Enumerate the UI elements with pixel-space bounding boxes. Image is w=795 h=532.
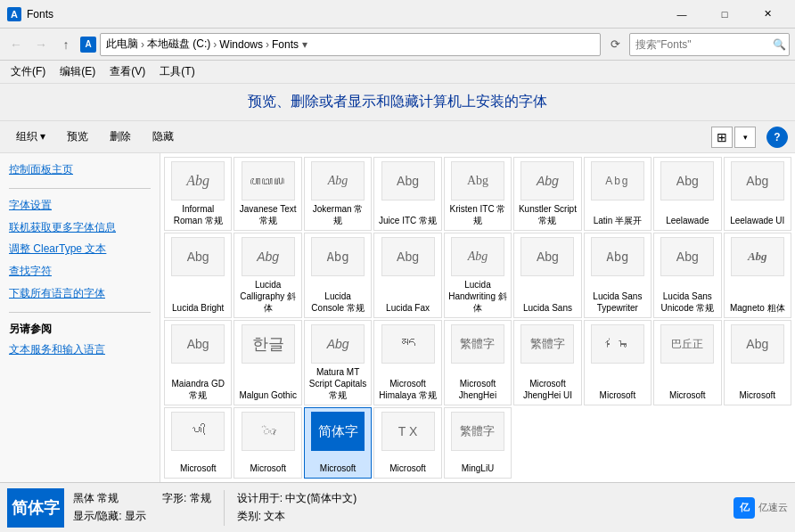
font-item-lucida-sans-unicode[interactable]: Abg Lucida Sans Unicode 常规 [653,233,721,318]
font-item-jokerman[interactable]: Abg Jokerman 常规 [304,157,372,231]
drive-icon: A [80,37,96,53]
font-name-ms-chinese: Microsoft [669,389,706,401]
font-item-kunstler[interactable]: Abg Kunstler Script 常规 [513,157,581,231]
sidebar-cleartype[interactable]: 调整 ClearType 文本 [9,241,151,257]
font-item-leelawade-ui[interactable]: Abg Leelawade UI [724,157,791,231]
font-name-ms-script: Microsoft [250,462,286,474]
minimize-button[interactable]: — [661,0,702,29]
menu-file[interactable]: 文件(F) [4,61,53,82]
font-name-latin: Latin 半展开 [594,215,642,226]
font-item-lucida-sans-typewriter[interactable]: Abg Lucida Sans Typewriter [584,233,652,318]
font-item-ms-simplified[interactable]: 简体字 Microsoft [304,407,372,479]
font-item-matura[interactable]: Abg Matura MT Script Capitals 常规 [304,320,372,405]
font-preview-leelawade: Abg [660,161,714,201]
font-item-lucida-calligraphy[interactable]: Abg Lucida Calligraphy 斜体 [234,233,301,318]
font-item-leelawade[interactable]: Abg Leelawade [653,157,721,231]
window-controls: — □ ✕ [661,0,788,29]
sidebar-divider-2 [9,312,151,313]
font-item-lucida-fax[interactable]: Abg Lucida Fax [373,233,441,318]
font-preview-kunstler: Abg [520,161,574,201]
font-preview-informal-roman: Abg [171,161,225,201]
font-item-ms-jhenghei[interactable]: 繁體字 Microsoft JhengHei [444,320,512,405]
font-item-juice[interactable]: Abg Juice ITC 常规 [373,157,441,231]
back-button[interactable]: ← [5,34,27,55]
delete-button[interactable]: 删除 [101,126,140,148]
font-preview-lucida-calligraphy: Abg [242,237,295,276]
font-preview-juice: Abg [381,161,435,201]
font-item-ms-script[interactable]: ᰯᰦ Microsoft [234,407,301,479]
view-grid-button[interactable]: ⊞ [711,127,733,148]
font-name-lucida-console: Lucida Console 常规 [308,291,367,314]
path-computer: 此电脑 [106,37,138,52]
font-preview-latin: Abg [591,161,644,201]
font-preview-matura: Abg [311,324,365,364]
maximize-button[interactable]: □ [704,0,745,29]
font-item-ms-chinese[interactable]: 巴丘正 Microsoft [653,320,721,405]
font-name-ms-mongolian: Microsoft [600,389,636,401]
font-item-ms-himalaya[interactable]: མད Microsoft Himalaya 常规 [373,320,441,405]
sidebar-text-services[interactable]: 文本服务和输入语言 [9,342,151,357]
font-item-ms-mongolian[interactable]: ᠮᠣ Microsoft [584,320,652,405]
font-item-ms-abg[interactable]: Abg Microsoft [724,320,791,405]
font-preview-lucida-handwriting: Abg [451,237,504,276]
path-windows: Windows [219,38,263,51]
font-item-ms-tx[interactable]: T X Microsoft [373,407,441,479]
font-preview-ms-chinese: 巴丘正 [660,324,714,364]
font-item-malgun[interactable]: 한글 Malgun Gothic [234,320,301,405]
font-name-lucida-fax: Lucida Fax [386,302,430,314]
refresh-button[interactable]: ⟳ [604,34,626,55]
preview-button[interactable]: 预览 [58,126,97,148]
hide-button[interactable]: 隐藏 [143,126,183,148]
sidebar: 控制面板主页 字体设置 联机获取更多字体信息 调整 ClearType 文本 查… [0,153,160,482]
font-item-lucida-bright[interactable]: Abg Lucida Bright [164,233,232,318]
font-name-magneto: Magneto 粗体 [730,302,785,314]
font-item-lucida-handwriting[interactable]: Abg Lucida Handwriting 斜体 [444,233,512,318]
path-fonts: Fonts [272,38,299,51]
font-item-informal-roman[interactable]: Abg Informal Roman 常规 [164,157,232,231]
font-item-kristen[interactable]: Abg Kristen ITC 常规 [444,157,512,231]
close-button[interactable]: ✕ [747,0,788,29]
font-name-lucida-handwriting: Lucida Handwriting 斜体 [448,279,507,314]
font-name-lucida-calligraphy: Lucida Calligraphy 斜体 [238,279,297,314]
sidebar-get-more-fonts[interactable]: 联机获取更多字体信息 [9,220,151,235]
font-item-javanese[interactable]: ꦲꦧꦓ Javanese Text 常规 [234,157,301,231]
font-preview-ms-mongolian: ᠮᠣ [591,324,644,364]
organize-button[interactable]: 组织 ▾ [7,126,54,148]
search-input[interactable] [635,38,769,51]
watermark-text: 亿速云 [758,501,788,514]
help-button[interactable]: ? [766,127,788,148]
view-dropdown-button[interactable]: ▾ [734,127,756,148]
font-item-lucida-console[interactable]: Abg Lucida Console 常规 [304,233,372,318]
font-name-maiandra: Maiandra GD 常规 [168,378,227,401]
font-item-mingliu[interactable]: 繁體字 MingLiU [444,407,512,479]
path-dropdown-arrow[interactable]: ▾ [302,38,307,51]
font-item-magneto[interactable]: Abg Magneto 粗体 [724,233,791,318]
font-name-lucida-sans-unicode: Lucida Sans Unicode 常规 [658,291,717,314]
up-button[interactable]: ↑ [55,34,77,55]
font-preview-jokerman: Abg [311,161,365,201]
menu-edit[interactable]: 编辑(E) [53,61,102,82]
address-path[interactable]: 此电脑 › 本地磁盘 (C:) › Windows › Fonts ▾ [100,33,601,56]
sidebar-find-character[interactable]: 查找字符 [9,264,151,279]
font-item-ms-jhenghei-ui[interactable]: 繁體字 Microsoft JhengHei UI [513,320,581,405]
search-icon: 🔍 [773,38,786,51]
menu-tools[interactable]: 工具(T) [152,61,201,82]
font-item-latin[interactable]: Abg Latin 半展开 [584,157,652,231]
sidebar-control-panel-home[interactable]: 控制面板主页 [9,162,151,177]
font-item-lucida-sans[interactable]: Abg Lucida Sans [513,233,581,318]
forward-button[interactable]: → [30,34,52,55]
font-preview-ms-tx: T X [381,412,435,451]
font-item-ms-balinese[interactable]: ᬧ᭄ Microsoft [164,407,232,479]
font-grid-container[interactable]: Abg Informal Roman 常规 ꦲꦧꦓ Javanese Text … [160,153,795,482]
font-name-informal-roman: Informal Roman 常规 [168,203,227,226]
font-name-mingliu: MingLiU [462,462,495,474]
sidebar-download-fonts[interactable]: 下载所有语言的字体 [9,286,151,301]
status-info-2: 设计用于: 中文(简体中文) 类别: 文本 [237,491,357,524]
status-row-1: 黑体 常规 字形: 常规 [73,491,211,506]
font-name-lucida-bright: Lucida Bright [172,302,224,314]
sidebar-also-see: 另请参阅 文本服务和输入语言 [9,322,151,357]
menu-view[interactable]: 查看(V) [102,61,152,82]
sidebar-font-settings[interactable]: 字体设置 [9,198,151,213]
font-item-maiandra[interactable]: Abg Maiandra GD 常规 [164,320,232,405]
font-name-ms-himalaya: Microsoft Himalaya 常规 [378,378,437,401]
